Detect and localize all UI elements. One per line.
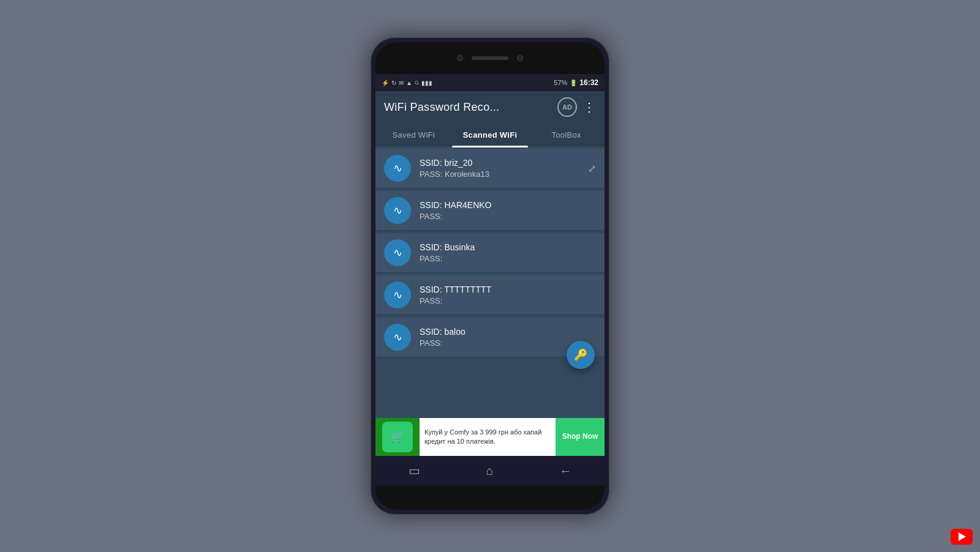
pass-label-0: PASS:: [420, 170, 442, 179]
ad-cta-button[interactable]: Shop Now: [556, 418, 605, 456]
network-info-4: SSID: baloo PASS:: [420, 327, 596, 348]
network-info-0: SSID: briz_20 PASS: Korolenka13: [420, 158, 588, 179]
ad-logo-area: 🛒: [375, 418, 420, 456]
tab-toolbox[interactable]: ToolBox: [528, 123, 605, 147]
ad-text-area: Купуй у Comfy за 3 999 грн або хапай кре…: [420, 424, 556, 450]
bottom-nav: ▭ ⌂ ←: [375, 456, 605, 485]
mail-icon: ✉: [399, 80, 404, 86]
network-info-1: SSID: HAR4ENKO PASS:: [420, 200, 596, 221]
network-info-2: SSID: Businka PASS:: [420, 242, 596, 263]
network-ssid-0: SSID: briz_20: [420, 158, 588, 168]
wifi-circle-4: ∿: [384, 324, 411, 351]
more-menu-icon[interactable]: ⋮: [583, 100, 596, 114]
share-icon-0[interactable]: ⤢: [588, 163, 596, 174]
ssid-value-1: HAR4ENKO: [444, 200, 491, 210]
tab-bar: Saved WiFi Scanned WiFi ToolBox: [375, 123, 605, 147]
ssid-value-3: TTTTTTTTT: [444, 285, 491, 294]
ad-logo-icon: 🛒: [382, 422, 413, 452]
battery-icon: 🔋: [570, 80, 577, 86]
network-item-2[interactable]: ∿ SSID: Businka PASS:: [375, 233, 605, 273]
youtube-watermark: [951, 529, 973, 545]
wifi-circle-1: ∿: [384, 197, 411, 224]
phone-bottom-bar: [375, 485, 605, 510]
wifi-circle-3: ∿: [384, 282, 411, 308]
network-list: ∿ SSID: briz_20 PASS: Korolenka13 ⤢: [375, 147, 605, 418]
phone-frame: ⚡ ↻ ✉ ▲ G ▮▮▮ 57% 🔋 16:32 WiFi Password …: [371, 37, 609, 515]
wifi-symbol-2: ∿: [393, 246, 402, 259]
ssid-label-2: SSID:: [420, 242, 442, 252]
pass-label-3: PASS:: [420, 296, 442, 305]
network-ssid-3: SSID: TTTTTTTTT: [420, 285, 596, 294]
ad-cta-label: Shop Now: [562, 432, 598, 442]
tab-scanned-wifi[interactable]: Scanned WiFi: [452, 123, 529, 147]
tab-saved-wifi-label: Saved WiFi: [393, 130, 435, 140]
pass-label-1: PASS:: [420, 212, 442, 221]
ssid-label-4: SSID:: [420, 327, 442, 337]
header-actions: AD ⋮: [557, 97, 596, 117]
usb-icon: ⚡: [382, 80, 389, 86]
tab-saved-wifi[interactable]: Saved WiFi: [375, 123, 452, 147]
app-header: WiFi Password Reco... AD ⋮: [375, 91, 605, 123]
phone-screen: ⚡ ↻ ✉ ▲ G ▮▮▮ 57% 🔋 16:32 WiFi Password …: [375, 42, 605, 510]
wifi-circle-0: ∿: [384, 155, 411, 182]
signal-bars-icon: ▮▮▮: [421, 80, 432, 86]
status-left-icons: ⚡ ↻ ✉ ▲ G ▮▮▮: [382, 80, 432, 86]
phone-top-bar: [375, 42, 605, 74]
nav-home-icon[interactable]: ⌂: [486, 464, 493, 478]
network-pass-3: PASS:: [420, 296, 596, 305]
fab-button[interactable]: 🔑: [567, 341, 595, 369]
network-pass-0: PASS: Korolenka13: [420, 170, 588, 179]
wifi-symbol-1: ∿: [393, 204, 402, 217]
network-ssid-4: SSID: baloo: [420, 327, 596, 337]
wifi-status-icon: ▲: [406, 80, 412, 86]
sensor-dot: [517, 55, 523, 61]
network-g-icon: G: [415, 80, 419, 86]
app-title: WiFi Password Reco...: [384, 101, 499, 114]
ssid-label-0: SSID:: [420, 158, 442, 168]
nav-recent-apps-icon[interactable]: ▭: [409, 463, 420, 478]
store-icon: 🛒: [391, 430, 404, 444]
nav-back-icon[interactable]: ←: [559, 464, 571, 478]
camera-dot: [457, 55, 463, 61]
speaker-grill: [472, 56, 508, 60]
wifi-circle-2: ∿: [384, 239, 411, 266]
status-bar: ⚡ ↻ ✉ ▲ G ▮▮▮ 57% 🔋 16:32: [375, 74, 605, 91]
sync-icon: ↻: [391, 80, 396, 86]
ssid-value-4: baloo: [444, 327, 465, 337]
status-time: 16:32: [579, 78, 598, 87]
ad-badge: AD: [557, 97, 577, 117]
status-right-info: 57% 🔋 16:32: [554, 78, 598, 87]
battery-percent: 57%: [554, 79, 567, 86]
ssid-value-2: Businka: [444, 242, 475, 252]
app-screen: WiFi Password Reco... AD ⋮ Saved WiFi Sc…: [375, 91, 605, 485]
network-pass-1: PASS:: [420, 212, 596, 221]
wifi-symbol-4: ∿: [393, 330, 402, 344]
pass-value-0: Korolenka13: [445, 170, 489, 179]
pass-label-4: PASS:: [420, 338, 442, 348]
ad-banner: 🛒 Купуй у Comfy за 3 999 грн або хапай к…: [375, 418, 605, 456]
network-info-3: SSID: TTTTTTTTT PASS:: [420, 285, 596, 305]
ssid-value-0: briz_20: [444, 158, 472, 168]
network-pass-2: PASS:: [420, 254, 596, 263]
network-item-1[interactable]: ∿ SSID: HAR4ENKO PASS:: [375, 191, 605, 231]
ssid-label-1: SSID:: [420, 200, 442, 210]
pass-label-2: PASS:: [420, 254, 442, 263]
network-item-0[interactable]: ∿ SSID: briz_20 PASS: Korolenka13 ⤢: [375, 149, 605, 188]
fab-key-icon: 🔑: [574, 348, 587, 362]
youtube-play-icon: [959, 532, 966, 541]
wifi-symbol-3: ∿: [393, 288, 402, 302]
tab-scanned-wifi-label: Scanned WiFi: [463, 130, 518, 140]
tab-toolbox-label: ToolBox: [552, 130, 581, 140]
wifi-symbol-0: ∿: [393, 162, 402, 175]
network-item-3[interactable]: ∿ SSID: TTTTTTTTT PASS:: [375, 275, 605, 315]
network-ssid-1: SSID: HAR4ENKO: [420, 200, 596, 210]
network-ssid-2: SSID: Businka: [420, 242, 596, 252]
ssid-label-3: SSID:: [420, 285, 442, 294]
